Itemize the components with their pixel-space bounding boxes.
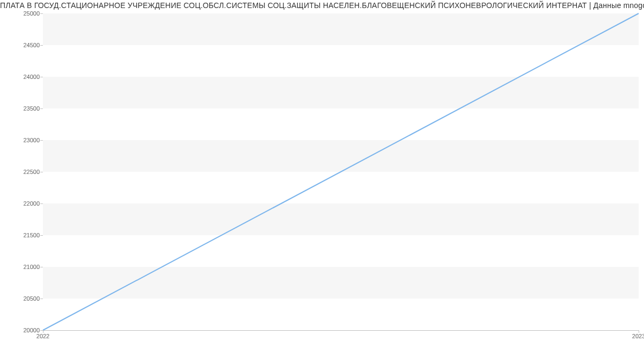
series-line	[43, 13, 639, 330]
y-tick-mark	[40, 77, 43, 77]
y-tick-label: 20500	[2, 295, 40, 302]
y-tick-label: 23500	[2, 105, 40, 112]
y-tick-label: 20000	[2, 327, 40, 333]
line-layer	[43, 13, 639, 330]
y-tick-mark	[40, 13, 43, 14]
x-tick-label: 2022	[36, 333, 49, 339]
chart-title: ПЛАТА В ГОСУД.СТАЦИОНАРНОЕ УЧРЕЖДЕНИЕ СО…	[0, 1, 644, 10]
y-tick-label: 22500	[2, 169, 40, 175]
y-tick-mark	[40, 45, 43, 46]
y-tick-mark	[40, 235, 43, 236]
y-tick-label: 22000	[2, 200, 40, 207]
y-tick-label: 23000	[2, 137, 40, 143]
y-tick-mark	[40, 108, 43, 109]
x-tick-mark	[639, 330, 639, 333]
plot-area	[43, 13, 639, 331]
x-tick-mark	[43, 330, 43, 333]
y-tick-label: 21000	[2, 264, 40, 270]
y-tick-label: 24500	[2, 42, 40, 48]
y-tick-mark	[40, 203, 43, 204]
y-tick-label: 25000	[2, 10, 40, 17]
y-tick-mark	[40, 140, 43, 141]
y-tick-label: 21500	[2, 232, 40, 238]
y-tick-label: 24000	[2, 74, 40, 80]
x-tick-label: 2023	[632, 333, 644, 339]
y-tick-mark	[40, 267, 43, 267]
y-tick-mark	[40, 172, 43, 172]
y-tick-mark	[40, 299, 43, 299]
